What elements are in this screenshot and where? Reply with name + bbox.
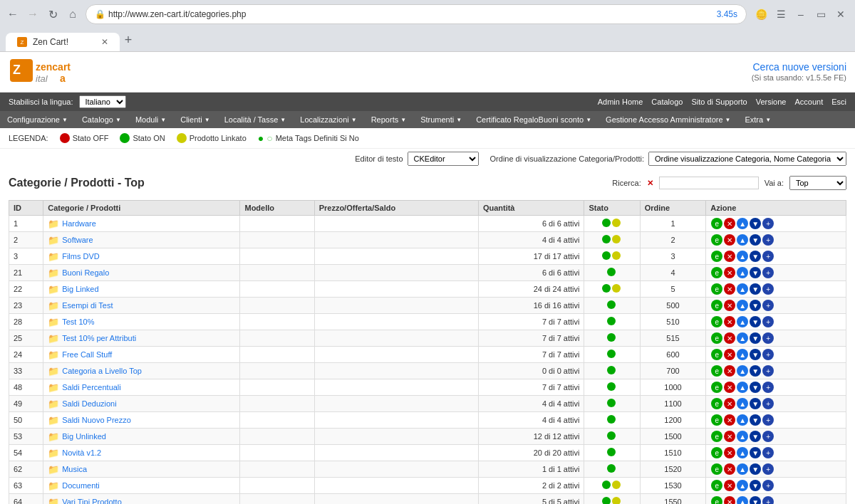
move-up-button[interactable]: ▲ — [737, 496, 748, 504]
move-down-button[interactable]: ▼ — [750, 496, 761, 504]
delete-button[interactable]: ✕ — [724, 447, 735, 458]
move-up-button[interactable]: ▲ — [737, 447, 748, 458]
active-tab[interactable]: Z Zen Cart! ✕ — [6, 33, 120, 51]
address-bar[interactable]: 🔒 http://www.zen-cart.it/categories.php … — [86, 4, 747, 24]
move-up-button[interactable]: ▲ — [737, 267, 748, 278]
move-down-button[interactable]: ▼ — [750, 316, 761, 327]
category-link[interactable]: Films DVD — [62, 252, 100, 261]
delete-button[interactable]: ✕ — [724, 316, 735, 327]
add-button[interactable]: + — [762, 480, 774, 491]
search-input[interactable] — [659, 177, 759, 189]
add-button[interactable]: + — [762, 414, 774, 426]
edit-button[interactable]: e — [711, 463, 722, 475]
minimize-button[interactable]: – — [792, 6, 809, 23]
edit-button[interactable]: e — [711, 431, 722, 442]
add-button[interactable]: + — [762, 251, 774, 262]
versione-link[interactable]: Versione — [756, 98, 787, 106]
category-link[interactable]: Big Linked — [62, 285, 98, 293]
add-button[interactable]: + — [762, 496, 774, 504]
nav-localita-btn[interactable]: Località / Tasse ▼ — [217, 111, 294, 128]
category-link[interactable]: Categoria a Livello Top — [62, 367, 142, 375]
forward-button[interactable]: → — [26, 7, 40, 21]
search-clear-btn[interactable]: ✕ — [647, 179, 653, 188]
category-link[interactable]: Saldi Deduzioni — [62, 399, 116, 408]
move-down-button[interactable]: ▼ — [750, 218, 761, 229]
edit-button[interactable]: e — [711, 496, 722, 504]
delete-button[interactable]: ✕ — [724, 480, 735, 491]
move-up-button[interactable]: ▲ — [737, 414, 748, 426]
delete-button[interactable]: ✕ — [724, 365, 735, 377]
move-down-button[interactable]: ▼ — [750, 234, 761, 246]
new-tab-button[interactable]: + — [120, 31, 137, 48]
add-button[interactable]: + — [762, 332, 774, 344]
move-down-button[interactable]: ▼ — [750, 447, 761, 458]
lang-select[interactable]: Italiano — [79, 95, 126, 108]
move-down-button[interactable]: ▼ — [750, 332, 761, 344]
home-button[interactable]: ⌂ — [66, 7, 80, 21]
move-up-button[interactable]: ▲ — [737, 431, 748, 442]
add-button[interactable]: + — [762, 267, 774, 278]
category-link[interactable]: Documenti — [62, 481, 100, 490]
category-link[interactable]: Test 10% — [62, 317, 94, 326]
cerca-link[interactable]: Cerca nuove versioni — [752, 61, 846, 73]
vai-select[interactable]: Top — [789, 176, 846, 190]
nav-clienti-btn[interactable]: Clienti ▼ — [173, 111, 217, 128]
add-button[interactable]: + — [762, 463, 774, 475]
move-down-button[interactable]: ▼ — [750, 480, 761, 491]
add-button[interactable]: + — [762, 382, 774, 393]
edit-button[interactable]: e — [711, 480, 722, 491]
move-down-button[interactable]: ▼ — [750, 398, 761, 409]
tab-close-button[interactable]: ✕ — [101, 37, 108, 47]
move-up-button[interactable]: ▲ — [737, 480, 748, 491]
account-link[interactable]: Account — [794, 98, 823, 106]
nav-moduli-btn[interactable]: Moduli ▼ — [128, 111, 173, 128]
move-up-button[interactable]: ▲ — [737, 283, 748, 295]
delete-button[interactable]: ✕ — [724, 267, 735, 278]
move-down-button[interactable]: ▼ — [750, 283, 761, 295]
edit-button[interactable]: e — [711, 398, 722, 409]
add-button[interactable]: + — [762, 283, 774, 295]
move-down-button[interactable]: ▼ — [750, 251, 761, 262]
move-up-button[interactable]: ▲ — [737, 382, 748, 393]
nav-configurazione-btn[interactable]: Configurazione ▼ — [0, 111, 75, 128]
move-up-button[interactable]: ▲ — [737, 365, 748, 377]
supporto-link[interactable]: Sito di Supporto — [691, 98, 747, 106]
edit-button[interactable]: e — [711, 316, 722, 327]
reload-button[interactable]: ↻ — [46, 7, 60, 21]
move-up-button[interactable]: ▲ — [737, 463, 748, 475]
add-button[interactable]: + — [762, 234, 774, 246]
move-down-button[interactable]: ▼ — [750, 414, 761, 426]
add-button[interactable]: + — [762, 365, 774, 377]
nav-reports-btn[interactable]: Reports ▼ — [364, 111, 413, 128]
editor-select[interactable]: CKEditor — [408, 152, 479, 166]
move-up-button[interactable]: ▲ — [737, 398, 748, 409]
move-down-button[interactable]: ▼ — [750, 463, 761, 475]
move-down-button[interactable]: ▼ — [750, 431, 761, 442]
catalogo-link[interactable]: Catalogo — [651, 98, 683, 106]
category-link[interactable]: Buoni Regalo — [62, 268, 109, 277]
delete-button[interactable]: ✕ — [724, 300, 735, 311]
edit-button[interactable]: e — [711, 234, 722, 246]
move-down-button[interactable]: ▼ — [750, 365, 761, 377]
move-up-button[interactable]: ▲ — [737, 218, 748, 229]
category-link[interactable]: Saldi Nuovo Prezzo — [62, 416, 131, 424]
delete-button[interactable]: ✕ — [724, 349, 735, 360]
nav-extra-btn[interactable]: Extra ▼ — [737, 111, 778, 128]
delete-button[interactable]: ✕ — [724, 463, 735, 475]
edit-button[interactable]: e — [711, 332, 722, 344]
move-down-button[interactable]: ▼ — [750, 267, 761, 278]
category-link[interactable]: Novità v1.2 — [62, 448, 101, 457]
category-link[interactable]: Saldi Percentuali — [62, 383, 121, 392]
edit-button[interactable]: e — [711, 447, 722, 458]
brave-icon[interactable]: 🪙 — [752, 6, 770, 23]
maximize-button[interactable]: ▭ — [812, 6, 829, 23]
delete-button[interactable]: ✕ — [724, 251, 735, 262]
move-down-button[interactable]: ▼ — [750, 300, 761, 311]
delete-button[interactable]: ✕ — [724, 283, 735, 295]
category-link[interactable]: Vari Tipi Prodotto — [62, 498, 122, 504]
move-up-button[interactable]: ▲ — [737, 234, 748, 246]
close-button[interactable]: ✕ — [832, 6, 849, 23]
add-button[interactable]: + — [762, 218, 774, 229]
nav-localizzazioni-btn[interactable]: Localizzazioni ▼ — [293, 111, 363, 128]
esci-link[interactable]: Esci — [831, 98, 846, 106]
